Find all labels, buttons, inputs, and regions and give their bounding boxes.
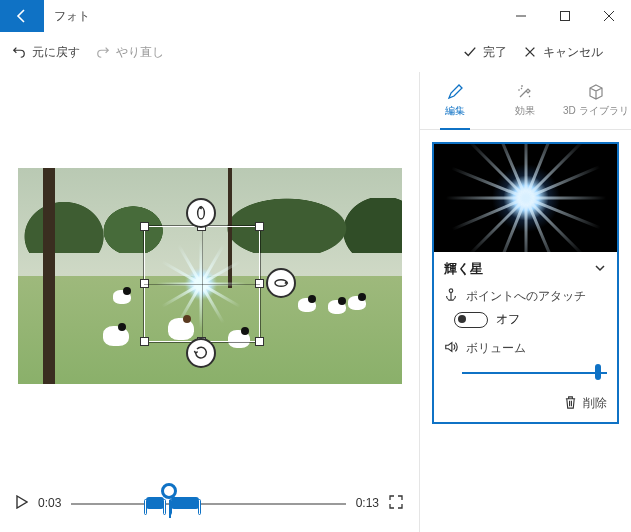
- cancel-label: キャンセル: [543, 44, 603, 61]
- volume-label: ボリューム: [466, 340, 526, 357]
- selection-box[interactable]: [144, 226, 260, 342]
- attach-label: ポイントへのアタッチ: [466, 288, 586, 305]
- svg-rect-0: [561, 12, 570, 21]
- resize-handle[interactable]: [255, 279, 264, 288]
- volume-icon: [444, 340, 458, 357]
- resize-handle[interactable]: [140, 337, 149, 346]
- back-button[interactable]: [0, 0, 44, 32]
- play-button[interactable]: [16, 495, 28, 512]
- undo-label: 元に戻す: [32, 44, 80, 61]
- resize-handle[interactable]: [255, 222, 264, 231]
- redo-label: やり直し: [116, 44, 164, 61]
- tab-label: 編集: [445, 104, 465, 118]
- rotate-y-button[interactable]: [186, 198, 216, 228]
- volume-slider[interactable]: [462, 361, 607, 383]
- minimize-button[interactable]: [499, 0, 543, 32]
- maximize-button[interactable]: [543, 0, 587, 32]
- timeline-clip[interactable]: [146, 497, 164, 509]
- trash-icon: [564, 396, 577, 412]
- tab-label: 効果: [515, 104, 535, 118]
- timeline-clip[interactable]: [171, 497, 199, 509]
- resize-handle[interactable]: [140, 222, 149, 231]
- undo-button[interactable]: 元に戻す: [12, 44, 80, 61]
- cancel-button[interactable]: キャンセル: [523, 44, 603, 61]
- rotate-z-button[interactable]: [186, 338, 216, 368]
- effect-thumbnail[interactable]: [434, 144, 617, 252]
- timeline-track[interactable]: [71, 493, 345, 513]
- tab-effects[interactable]: 効果: [490, 72, 560, 129]
- anchor-icon: [444, 288, 458, 305]
- svg-point-3: [449, 289, 453, 293]
- tab-edit[interactable]: 編集: [420, 72, 490, 129]
- redo-button[interactable]: やり直し: [96, 44, 164, 61]
- attach-toggle[interactable]: [454, 312, 488, 328]
- resize-handle[interactable]: [255, 337, 264, 346]
- effect-name: 輝く星: [444, 260, 483, 278]
- timeline-current: 0:03: [38, 496, 61, 510]
- video-canvas[interactable]: [18, 168, 402, 384]
- resize-handle[interactable]: [140, 279, 149, 288]
- tab-3d-library[interactable]: 3D ライブラリ: [561, 72, 631, 129]
- app-title: フォト: [44, 0, 100, 32]
- close-window-button[interactable]: [587, 0, 631, 32]
- delete-label: 削除: [583, 395, 607, 412]
- fullscreen-button[interactable]: [389, 495, 403, 512]
- effect-panel: 輝く星 ポイントへのアタッチ オフ ボリューム: [432, 142, 619, 424]
- timeline-total: 0:13: [356, 496, 379, 510]
- done-label: 完了: [483, 44, 507, 61]
- tab-label: 3D ライブラリ: [563, 104, 629, 118]
- collapse-button[interactable]: [593, 261, 607, 278]
- toggle-state: オフ: [496, 311, 520, 328]
- rotate-x-button[interactable]: [266, 268, 296, 298]
- delete-effect-button[interactable]: 削除: [434, 387, 617, 422]
- done-button[interactable]: 完了: [463, 44, 507, 61]
